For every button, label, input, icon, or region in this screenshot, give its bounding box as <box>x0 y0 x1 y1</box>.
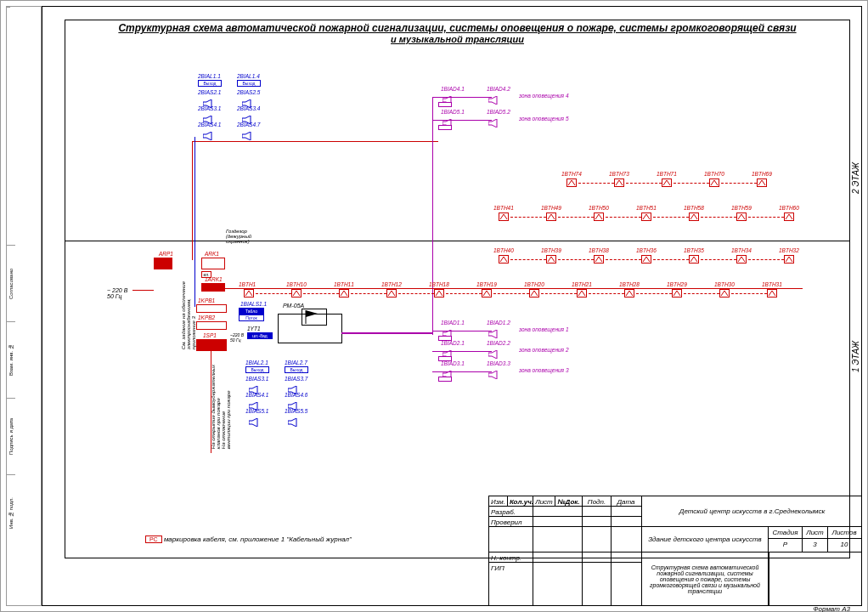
mb2 <box>438 125 452 130</box>
l-1biad51: 1BIAD5.1 <box>441 109 465 115</box>
f1bial-3: 1BIAS3.7 <box>285 376 307 382</box>
det-lbl-1BTH19: 1BTH19 <box>476 281 497 287</box>
det-lbl-1BTH41: 1BTH41 <box>493 205 514 211</box>
spk-21 <box>203 96 215 105</box>
floor1-label: 1 ЭТАЖ <box>851 341 860 372</box>
box-1sp1 <box>196 339 227 351</box>
detector-1BTH51 <box>641 212 651 221</box>
main-title: Структурная схема автоматической пожарно… <box>65 22 850 34</box>
f1biad-5: 1BIAD3.3 <box>487 360 510 366</box>
l-2bias34: 2BIAS3.4 <box>237 105 260 111</box>
detector-1BTH31 <box>767 289 777 298</box>
ln-vert-1 <box>192 141 193 260</box>
l-bials11: 1BIALS1.1 <box>240 301 267 307</box>
mb1 <box>438 102 452 107</box>
f1bial-6: 1BIAS5.1 <box>245 408 268 414</box>
det-lbl-1BTH20: 1BTH20 <box>524 281 544 287</box>
format-label: Формат А3 <box>813 605 850 612</box>
sb-podp: Подпись и дата <box>7 398 15 474</box>
gozdezor: Гоздезор (дежурный охранник) <box>226 229 251 244</box>
box-1ark1 <box>201 283 225 292</box>
sb-vzam: Взам. инв. № <box>7 321 15 398</box>
detector-1BTH34 <box>736 255 747 264</box>
zone1: зона оповещения 1 <box>519 326 569 332</box>
pwr2: ~220 В 50 Гц <box>230 332 244 343</box>
spk-22 <box>242 96 254 105</box>
detector-1BTH21 <box>577 289 587 298</box>
ln-m-z4 <box>432 97 492 98</box>
detector-1BTH50 <box>594 212 604 221</box>
detector-1BTH28 <box>624 289 634 298</box>
detector-1BTH49 <box>546 212 556 221</box>
det-lbl-1BTH36: 1BTH36 <box>636 247 657 253</box>
detector-1BTH18 <box>434 289 444 298</box>
sb-sogl: Согласовано <box>7 245 15 321</box>
detector-1BTH20 <box>529 289 539 298</box>
det-lbl-1BTH35: 1BTH35 <box>684 247 704 253</box>
detector-1BTH58 <box>689 212 699 221</box>
det-lbl-1BTH12: 1BTH12 <box>381 281 402 287</box>
det-lbl-1BTH60: 1BTH60 <box>779 205 799 211</box>
f1biad-2: 1BIAD2.1 <box>441 340 465 346</box>
zone4: зона оповещения 4 <box>519 93 569 99</box>
f1bial-1: 1BIAL2.7 <box>285 360 307 366</box>
ln-m-h <box>341 332 432 334</box>
l-1biad42: 1BIAD4.2 <box>487 86 510 92</box>
box-ark1 <box>201 258 225 269</box>
l-1biad52: 1BIAD5.2 <box>487 109 510 115</box>
vnote2: На открытие дымоудержателных клапанов пр… <box>211 365 231 449</box>
detector-1BTH29 <box>672 289 682 298</box>
det-lbl-1BTH32: 1BTH32 <box>779 247 799 253</box>
det-lbl-1BTH21: 1BTH21 <box>572 281 592 287</box>
detector-1BTH32 <box>784 255 794 264</box>
detector-1BTH1 <box>244 289 254 298</box>
detector-1BTH12 <box>386 289 397 298</box>
det-lbl-1BTH38: 1BTH38 <box>589 247 609 253</box>
detector-1BTH35 <box>689 255 699 264</box>
main-title-2: и музыкальной трансляции <box>65 34 850 44</box>
det-lbl-1BTH40: 1BTH40 <box>493 247 514 253</box>
l-pm: РМ-05А <box>283 303 304 309</box>
det-lbl-1BTH74: 1BTH74 <box>561 171 582 177</box>
box-1kpb2 <box>196 321 227 330</box>
l-1kpb1: 1KPB1 <box>198 298 215 303</box>
detector-1BTH11 <box>339 289 349 298</box>
spk-31 <box>203 112 215 121</box>
box-vyhod2: Выход <box>237 80 261 87</box>
det-lbl-1BTH71: 1BTH71 <box>657 171 677 177</box>
title-block: Изм. Кол.уч. Лист №Док. Подп. Дата Разра… <box>488 496 862 606</box>
legend-box: РС <box>145 536 162 543</box>
detector-1BTH59 <box>736 212 747 221</box>
det-lbl-1BTH10: 1BTH10 <box>286 281 307 287</box>
ln-h-f2 <box>192 141 438 142</box>
det-lbl-1BTH28: 1BTH28 <box>619 281 640 287</box>
f1bial-7: 1BIAS5.5 <box>285 408 307 414</box>
ln-m-z5 <box>432 120 492 121</box>
detector-1BTH41 <box>499 212 509 221</box>
det-lbl-1BTH18: 1BTH18 <box>429 281 449 287</box>
pwr: ~ 220 В 50 Гц <box>107 287 127 299</box>
det-lbl-1BTH30: 1BTH30 <box>714 281 735 287</box>
det-lbl-1BTH51: 1BTH51 <box>636 205 657 211</box>
zone3: зона оповещения 3 <box>519 367 569 373</box>
detector-1BTH74 <box>566 178 577 187</box>
box-potok: Поток <box>239 314 264 321</box>
l-2bias21: 2BIAS2.1 <box>198 89 221 95</box>
zone2: зона оповещения 2 <box>519 347 569 353</box>
detector-1BTH38 <box>594 255 604 264</box>
f1bial-4: 1BIAS4.1 <box>245 392 268 398</box>
ln-det-main <box>225 288 803 289</box>
f1biad-3: 1BIAD2.2 <box>487 340 510 346</box>
box-yt1: шт.-8ад <box>247 332 273 339</box>
zone5: зона оповещения 5 <box>519 116 569 122</box>
det-lbl-1BTH70: 1BTH70 <box>704 171 724 177</box>
l-2bial14: 2BIAL1.4 <box>237 73 260 79</box>
l-arp1: ARP1 <box>159 251 173 257</box>
l-2bias41: 2BIAS4.1 <box>198 122 221 128</box>
det-lbl-1BTH11: 1BTH11 <box>334 281 354 287</box>
l-yt1: 1YT1 <box>247 326 261 332</box>
l-2bias25: 2BIAS2.5 <box>237 89 260 95</box>
det-lbl-1BTH34: 1BTH34 <box>731 247 752 253</box>
det-lbl-1BTH73: 1BTH73 <box>609 171 629 177</box>
box-iil: ил. <box>201 271 211 278</box>
